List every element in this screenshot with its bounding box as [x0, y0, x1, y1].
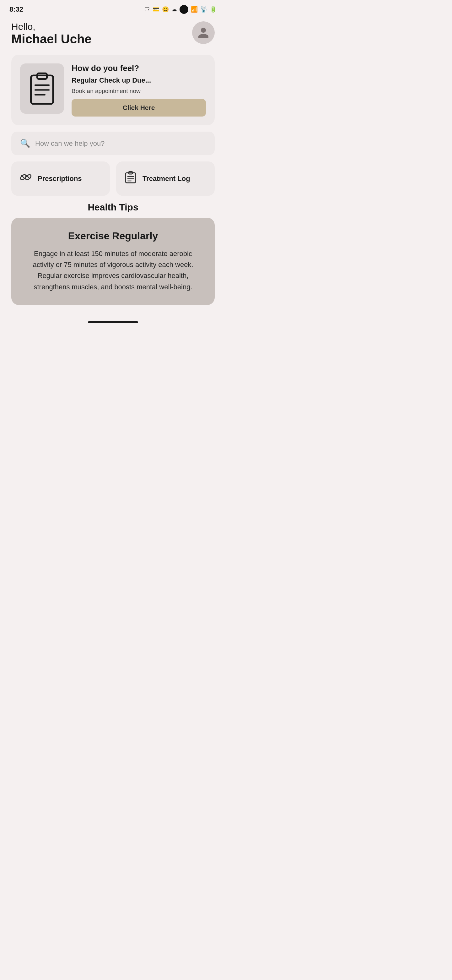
click-here-button[interactable]: Click Here: [71, 99, 206, 116]
checkup-description: Book an appointment now: [71, 88, 206, 95]
checkup-icon-box: [20, 64, 64, 114]
prescriptions-card[interactable]: Prescriptions: [11, 161, 110, 196]
home-indicator: [88, 321, 138, 323]
search-icon: 🔍: [20, 138, 30, 148]
checkup-content: How do you feel? Regular Check up Due...…: [71, 64, 206, 116]
svg-line-8: [26, 175, 30, 179]
checkup-card: How do you feel? Regular Check up Due...…: [11, 55, 215, 125]
battery-icon: 🔋: [210, 6, 217, 13]
search-container: 🔍 How can we help you?: [11, 132, 215, 155]
signal-icon: 📡: [200, 6, 207, 13]
profile-avatar[interactable]: [192, 21, 215, 44]
cloud-icon: ☁: [171, 6, 177, 13]
quick-actions: Prescriptions Treatment Log: [11, 161, 215, 196]
search-bar[interactable]: 🔍 How can we help you?: [11, 132, 215, 155]
status-time: 8:32: [10, 5, 23, 14]
health-tips-title: Health Tips: [11, 202, 215, 213]
svg-line-6: [21, 175, 25, 179]
header: Hello, Michael Uche: [0, 16, 226, 52]
greeting-hello: Hello,: [11, 21, 92, 32]
status-bar: 8:32 🛡 💳 😊 ☁ 📶 📡 🔋: [0, 0, 226, 16]
person-icon: [197, 26, 210, 39]
checkup-title: How do you feel?: [71, 64, 206, 73]
health-tip-card-body: Engage in at least 150 minutes of modera…: [22, 248, 203, 293]
user-name: Michael Uche: [11, 32, 92, 46]
camera-notch: [179, 5, 188, 14]
clipboard-icon: [28, 71, 56, 106]
bottom-indicator: [0, 318, 226, 329]
status-icons: 🛡 💳 😊 ☁ 📶 📡 🔋: [144, 5, 217, 14]
sim-icon: 💳: [152, 6, 159, 13]
health-tip-card-title: Exercise Regularly: [22, 230, 203, 242]
greeting: Hello, Michael Uche: [11, 21, 92, 46]
treatment-log-label: Treatment Log: [143, 175, 190, 183]
treatment-log-card[interactable]: Treatment Log: [116, 161, 215, 196]
search-placeholder-text: How can we help you?: [35, 140, 105, 148]
prescriptions-label: Prescriptions: [38, 175, 82, 183]
health-tip-card: Exercise Regularly Engage in at least 15…: [11, 218, 215, 305]
treatment-log-icon: [124, 170, 138, 187]
shield-icon: 🛡: [144, 6, 150, 13]
wifi-icon: 📶: [191, 6, 198, 13]
emoji-icon: 😊: [162, 6, 169, 13]
checkup-subtitle: Regular Check up Due...: [71, 76, 206, 84]
prescriptions-icon: [19, 170, 33, 187]
